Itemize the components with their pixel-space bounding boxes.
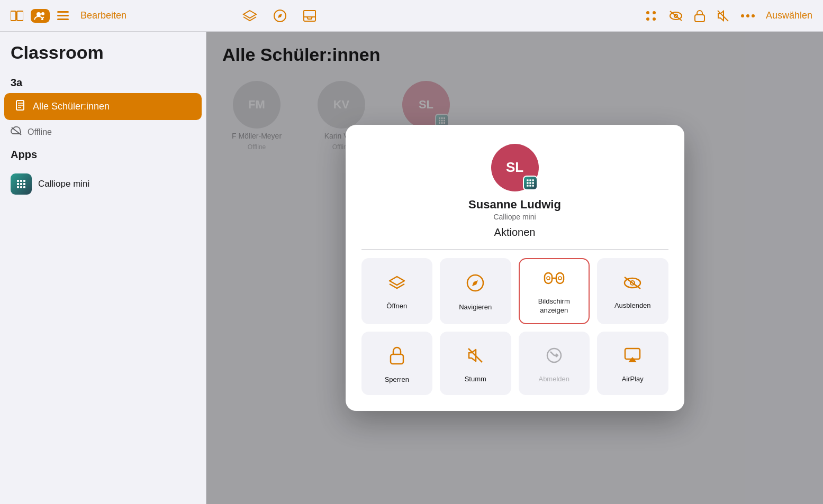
layers-icon[interactable] (242, 10, 257, 22)
svg-rect-53 (532, 185, 533, 186)
action-airplay-label: AirPlay (622, 375, 644, 384)
action-navigieren[interactable]: Navigieren (440, 258, 511, 325)
svg-rect-16 (695, 15, 704, 22)
svg-point-58 (547, 277, 550, 280)
action-navigieren-label: Navigieren (459, 303, 492, 312)
svg-point-2 (37, 12, 41, 16)
action-abmelden-label: Abmelden (538, 375, 569, 384)
bearbeiten-button[interactable]: Bearbeiten (80, 10, 126, 21)
binoculars-action-icon (544, 271, 565, 291)
svg-rect-27 (17, 180, 19, 182)
top-bar-right: Auswählen (644, 9, 812, 23)
sidebar-item-label-alle-schueler: Alle Schüler:innen (33, 101, 110, 112)
svg-point-10 (653, 11, 656, 14)
airplay-action-icon (623, 346, 642, 369)
sidebar-toggle-icon[interactable] (11, 11, 23, 21)
top-bar-left: Bearbeiten (11, 9, 217, 23)
layers-action-icon (387, 274, 406, 296)
content-area: Classroom 3a Alle Schüler:innen (0, 32, 823, 504)
action-bildschirm-label: Bildschirmanzeigen (538, 297, 570, 315)
svg-rect-55 (545, 273, 552, 283)
modal-avatar-badge (523, 176, 538, 190)
calliope-mini-item[interactable]: Calliope mini (11, 169, 195, 199)
svg-rect-31 (20, 183, 22, 185)
sidebar-title: Classroom (0, 42, 206, 71)
action-abmelden: Abmelden (519, 332, 590, 395)
svg-rect-6 (57, 19, 69, 20)
compass-action-icon (466, 273, 485, 297)
action-ausblenden[interactable]: Ausblenden (597, 258, 668, 325)
more-icon[interactable] (740, 14, 755, 18)
mute-topbar-icon[interactable] (716, 9, 730, 23)
action-modal: SL (346, 125, 684, 411)
svg-rect-5 (57, 15, 69, 16)
top-bar: Bearbeiten (0, 0, 823, 32)
logout-action-icon (545, 346, 563, 369)
calliope-mini-label: Calliope mini (38, 179, 89, 189)
apps-section-label: Apps (0, 143, 206, 164)
svg-rect-51 (527, 185, 528, 186)
sidebar-offline-label: Offline (28, 127, 52, 137)
action-stumm-label: Stumm (465, 375, 486, 384)
action-sperren-label: Sperren (385, 375, 409, 384)
svg-rect-28 (20, 180, 22, 182)
svg-point-59 (558, 277, 562, 280)
svg-rect-29 (23, 180, 25, 182)
modal-actions-title: Aktionen (494, 226, 536, 239)
svg-rect-8 (304, 11, 315, 17)
svg-rect-47 (532, 179, 533, 181)
cloud-off-icon (11, 126, 22, 138)
svg-point-3 (41, 12, 44, 15)
svg-rect-34 (20, 186, 22, 188)
action-bildschirm[interactable]: Bildschirmanzeigen (519, 258, 590, 325)
svg-rect-32 (23, 183, 25, 185)
svg-rect-0 (11, 11, 16, 21)
action-stumm[interactable]: Stumm (440, 332, 511, 395)
action-oeffnen-label: Öffnen (386, 302, 407, 311)
inbox-icon[interactable] (303, 10, 316, 22)
svg-rect-48 (527, 182, 528, 184)
svg-rect-4 (57, 11, 69, 13)
book-icon (15, 99, 26, 114)
svg-point-9 (646, 11, 649, 14)
svg-point-12 (653, 17, 656, 21)
sidebar-section-3a: 3a (0, 71, 206, 92)
svg-point-21 (752, 14, 755, 17)
modal-user-name: Susanne Ludwig (468, 198, 561, 212)
action-oeffnen[interactable]: Öffnen (361, 258, 433, 325)
action-sperren[interactable]: Sperren (361, 332, 433, 395)
list-icon[interactable] (57, 11, 69, 21)
calliope-mini-icon (11, 173, 32, 195)
apps-grid-icon[interactable] (644, 9, 658, 23)
svg-rect-33 (17, 186, 19, 188)
sidebar: Classroom 3a Alle Schüler:innen (0, 32, 206, 504)
apps-section: Calliope mini (0, 164, 206, 204)
eye-off-topbar-icon[interactable] (668, 10, 683, 22)
svg-rect-52 (529, 185, 531, 186)
modal-divider (361, 249, 668, 250)
modal-avatar: SL (491, 144, 539, 191)
svg-rect-56 (556, 273, 564, 283)
sidebar-item-offline[interactable]: Offline (0, 121, 206, 143)
mute-action-icon (466, 346, 484, 369)
lock-topbar-icon[interactable] (694, 9, 706, 23)
eye-off-action-icon (622, 275, 643, 295)
compass-icon[interactable] (273, 9, 287, 23)
action-ausblenden-label: Ausblenden (614, 301, 651, 310)
svg-rect-63 (391, 354, 403, 364)
svg-point-20 (746, 14, 749, 17)
auswaehlen-button[interactable]: Auswählen (766, 10, 812, 21)
svg-rect-35 (23, 186, 25, 188)
svg-rect-49 (529, 182, 531, 184)
main-area: Alle Schüler:innen FM F Möller-Meyer Off… (206, 32, 823, 504)
svg-rect-30 (17, 183, 19, 185)
svg-rect-50 (532, 182, 533, 184)
people-icon[interactable] (31, 9, 50, 23)
action-airplay[interactable]: AirPlay (597, 332, 668, 395)
modal-overlay[interactable]: SL (206, 32, 823, 504)
svg-rect-1 (17, 11, 23, 21)
svg-point-11 (646, 17, 649, 21)
modal-user-sub: Calliope mini (493, 213, 536, 221)
svg-rect-46 (529, 179, 531, 181)
sidebar-item-alle-schueler[interactable]: Alle Schüler:innen (4, 93, 202, 120)
